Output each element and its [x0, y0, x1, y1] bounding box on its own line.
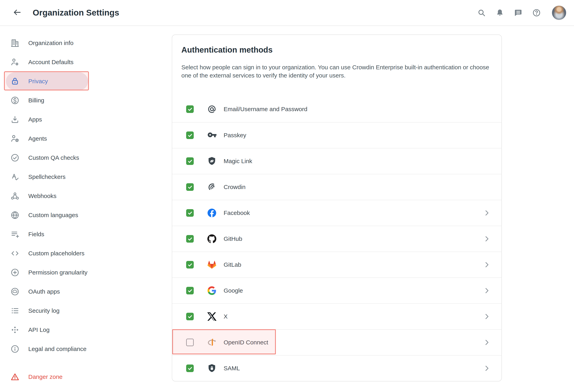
passkey-checkbox[interactable]	[186, 132, 194, 139]
sidebar-item-label: Billing	[28, 97, 44, 104]
magic-link-checkbox[interactable]	[186, 157, 194, 165]
chevron-right-icon[interactable]	[483, 287, 491, 294]
auth-method-label: GitHub	[224, 235, 242, 242]
auth-method-row-google[interactable]: Google	[172, 277, 501, 303]
sidebar-item-agents[interactable]: Agents	[0, 129, 165, 148]
building-icon	[10, 39, 20, 48]
sidebar-item-webhooks[interactable]: Webhooks	[0, 186, 165, 206]
diamonds-icon	[10, 325, 20, 334]
sidebar-item-apps[interactable]: Apps	[0, 110, 165, 129]
auth-method-label: Magic Link	[224, 158, 252, 165]
chevron-right-icon[interactable]	[483, 313, 491, 320]
github-checkbox[interactable]	[186, 235, 194, 243]
gitlab-checkbox[interactable]	[186, 261, 194, 269]
sidebar-item-account-defaults[interactable]: Account Defaults	[0, 53, 165, 72]
dollar-circle-icon	[10, 96, 20, 105]
chevron-right-icon[interactable]	[483, 364, 491, 372]
sidebar-item-custom-placeholders[interactable]: Custom placeholders	[0, 244, 165, 263]
x-icon	[206, 311, 217, 322]
back-arrow-icon	[13, 8, 22, 18]
auth-method-label: Passkey	[224, 132, 246, 139]
messages-icon[interactable]	[513, 8, 523, 18]
sidebar-item-api-log[interactable]: API Log	[0, 320, 165, 339]
authentication-methods-card: Authentication methods Select how people…	[172, 35, 502, 381]
sidebar-item-security-log[interactable]: Security log	[0, 301, 165, 320]
auth-method-row-magic-link[interactable]: Magic Link	[172, 148, 501, 174]
sidebar-item-custom-languages[interactable]: Custom languages	[0, 206, 165, 225]
sidebar-item-permission-granularity[interactable]: Permission granularity	[0, 263, 165, 282]
info-circle-icon	[10, 344, 20, 353]
chevron-right-icon[interactable]	[483, 261, 491, 269]
sidebar-item-label: Agents	[28, 135, 47, 142]
auth-method-row-email-username-and-password[interactable]: Email/Username and Password	[172, 96, 501, 122]
chevron-right-icon[interactable]	[483, 209, 491, 217]
sidebar-item-label: API Log	[28, 327, 50, 333]
globe-icon	[10, 211, 20, 220]
shield-link-icon	[206, 156, 217, 167]
auth-method-row-x[interactable]: X	[172, 303, 501, 329]
auth-method-row-saml[interactable]: SAML	[172, 355, 501, 381]
saml-icon	[206, 363, 217, 374]
auth-method-row-facebook[interactable]: Facebook	[172, 200, 501, 226]
sidebar-item-organization-info[interactable]: Organization info	[0, 34, 165, 53]
help-icon[interactable]	[532, 8, 541, 18]
search-icon[interactable]	[477, 8, 486, 18]
github-icon	[206, 234, 217, 244]
openid-connect-checkbox[interactable]	[186, 339, 194, 346]
page-title: Organization Settings	[33, 8, 119, 18]
saml-checkbox[interactable]	[186, 365, 194, 372]
openid-icon	[206, 337, 217, 348]
sidebar-item-billing[interactable]: Billing	[0, 91, 165, 110]
chevron-right-icon[interactable]	[483, 235, 491, 243]
lock-icon	[10, 77, 20, 86]
auth-method-label: Google	[224, 287, 243, 294]
email-username-and-password-checkbox[interactable]	[186, 105, 194, 113]
cloud-circle-icon	[10, 287, 20, 296]
sidebar-item-label: Webhooks	[28, 193, 56, 199]
notifications-bell-icon[interactable]	[495, 8, 505, 18]
sidebar-item-label: Spellcheckers	[28, 174, 65, 180]
header-actions	[477, 5, 566, 20]
sidebar-item-label: Account Defaults	[28, 59, 74, 65]
sidebar-item-label: Custom languages	[28, 212, 78, 218]
user-avatar[interactable]	[552, 5, 566, 20]
spellcheck-icon	[10, 172, 20, 181]
chevron-right-icon[interactable]	[483, 338, 491, 346]
auth-method-label: OpenID Connect	[224, 339, 268, 346]
sidebar-item-custom-qa-checks[interactable]: Custom QA checks	[0, 148, 165, 167]
back-button[interactable]	[12, 7, 23, 18]
sidebar-item-label: OAuth apps	[28, 288, 60, 295]
x-checkbox[interactable]	[186, 313, 194, 320]
sidebar-item-danger-zone[interactable]: Danger zone	[0, 367, 165, 386]
sidebar-item-label: Organization info	[28, 40, 74, 46]
gitlab-icon	[206, 259, 217, 270]
facebook-icon	[206, 208, 217, 218]
google-icon	[206, 285, 217, 296]
sidebar-item-legal-and-compliance[interactable]: Legal and compliance	[0, 339, 165, 358]
sidebar-item-spellcheckers[interactable]: Spellcheckers	[0, 167, 165, 186]
sidebar-item-label: Legal and compliance	[28, 346, 86, 352]
sidebar-item-oauth-apps[interactable]: OAuth apps	[0, 282, 165, 301]
sidebar-item-privacy[interactable]: Privacy	[0, 72, 165, 91]
crowdin-checkbox[interactable]	[186, 183, 194, 191]
check-circle-icon	[10, 153, 20, 162]
at-icon	[206, 104, 217, 115]
auth-method-row-openid-connect[interactable]: OpenID Connect	[172, 329, 501, 355]
settings-sidebar: Organization infoAccount DefaultsPrivacy…	[0, 26, 165, 386]
sidebar-item-label: Permission granularity	[28, 269, 87, 276]
sidebar-item-label: Custom QA checks	[28, 154, 79, 161]
auth-method-row-passkey[interactable]: Passkey	[172, 122, 501, 148]
facebook-checkbox[interactable]	[186, 209, 194, 217]
google-checkbox[interactable]	[186, 287, 194, 294]
sidebar-item-fields[interactable]: Fields	[0, 225, 165, 244]
auth-method-row-gitlab[interactable]: GitLab	[172, 252, 501, 277]
auth-method-row-github[interactable]: GitHub	[172, 226, 501, 252]
page-content: Organization infoAccount DefaultsPrivacy…	[0, 26, 574, 386]
auth-methods-list: Email/Username and PasswordPasskeyMagic …	[172, 96, 501, 381]
key-icon	[206, 130, 217, 141]
crowdin-icon	[206, 182, 217, 192]
auth-method-label: GitLab	[224, 261, 241, 268]
code-brackets-icon	[10, 249, 20, 258]
card-description: Select how people can sign in to your or…	[181, 63, 490, 79]
auth-method-row-crowdin[interactable]: Crowdin	[172, 174, 501, 200]
